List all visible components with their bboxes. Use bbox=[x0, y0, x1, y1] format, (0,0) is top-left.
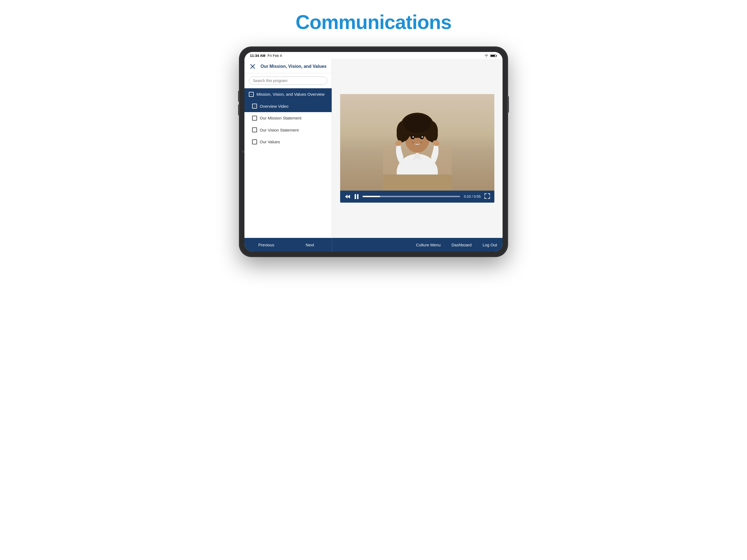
sidebar-title: Our Mission, Vision, and Values bbox=[260, 64, 327, 70]
svg-point-15 bbox=[428, 126, 438, 143]
nav-icon-minus-child bbox=[252, 104, 257, 108]
svg-point-19 bbox=[422, 136, 423, 137]
status-time: 11:34 AM bbox=[250, 54, 265, 58]
power-button[interactable] bbox=[508, 96, 509, 113]
main-content: Our Mission, Vision, and Values Mission,… bbox=[244, 59, 503, 238]
camera bbox=[242, 151, 244, 153]
nav-list: Mission, Vision, and Values Overview Ove… bbox=[244, 88, 332, 238]
battery-icon bbox=[490, 54, 497, 57]
bottom-nav-left: Previous Next bbox=[244, 238, 332, 252]
search-wrapper[interactable] bbox=[249, 77, 327, 85]
nav-item-mission[interactable]: Our Mission Statement bbox=[244, 112, 332, 124]
search-input[interactable] bbox=[253, 78, 323, 83]
status-bar: 11:34 AM Fri Feb 4 bbox=[244, 52, 503, 59]
video-area: 0:10 / 0:55 bbox=[332, 59, 503, 238]
sidebar: Our Mission, Vision, and Values Mission,… bbox=[244, 59, 332, 238]
nav-icon-square-mission bbox=[252, 116, 257, 121]
video-player[interactable]: 0:10 / 0:55 bbox=[340, 94, 494, 203]
progress-fill bbox=[363, 196, 380, 197]
pause-button[interactable] bbox=[354, 194, 359, 199]
svg-rect-26 bbox=[357, 194, 358, 199]
next-button[interactable]: Next bbox=[288, 238, 332, 252]
bottom-nav-right: Culture Menu Dashboard Log Out bbox=[332, 238, 503, 252]
fullscreen-button[interactable] bbox=[485, 193, 490, 200]
nav-item-overview-video[interactable]: Overview Video bbox=[244, 100, 332, 112]
svg-point-13 bbox=[404, 114, 431, 133]
nav-icon-square-vision bbox=[252, 127, 257, 132]
nav-label-overview-video: Overview Video bbox=[260, 104, 288, 109]
bottom-nav: Previous Next Culture Menu Dashboard Log… bbox=[244, 238, 503, 252]
svg-rect-2 bbox=[491, 55, 495, 56]
nav-label-parent: Mission, Vision, and Values Overview bbox=[256, 92, 325, 97]
previous-button[interactable]: Previous bbox=[244, 238, 288, 252]
nav-icon-square-values bbox=[252, 139, 257, 144]
dashboard-button[interactable]: Dashboard bbox=[446, 238, 477, 252]
search-container bbox=[244, 73, 332, 88]
time-display: 0:10 / 0:55 bbox=[464, 195, 481, 199]
volume-up-button[interactable] bbox=[238, 91, 239, 102]
svg-rect-1 bbox=[496, 55, 497, 56]
svg-rect-25 bbox=[355, 194, 356, 199]
close-button[interactable] bbox=[249, 62, 256, 70]
nav-item-vision[interactable]: Our Vision Statement bbox=[244, 124, 332, 136]
volume-down-button[interactable] bbox=[238, 104, 239, 116]
nav-item-values[interactable]: Our Values bbox=[244, 136, 332, 148]
logout-button[interactable]: Log Out bbox=[477, 238, 503, 252]
svg-point-18 bbox=[412, 136, 414, 137]
status-indicators bbox=[484, 54, 497, 57]
nav-label-vision: Our Vision Statement bbox=[260, 127, 299, 133]
video-controls: 0:10 / 0:55 bbox=[340, 190, 494, 203]
sidebar-header: Our Mission, Vision, and Values bbox=[244, 59, 332, 73]
svg-rect-22 bbox=[383, 175, 452, 190]
person-figure bbox=[363, 99, 471, 190]
status-date: Fri Feb 4 bbox=[268, 54, 282, 58]
nav-label-mission: Our Mission Statement bbox=[260, 116, 302, 121]
culture-menu-button[interactable]: Culture Menu bbox=[410, 238, 446, 252]
svg-marker-24 bbox=[347, 195, 350, 199]
rewind-button[interactable] bbox=[344, 194, 351, 199]
nav-item-parent[interactable]: Mission, Vision, and Values Overview bbox=[244, 88, 332, 100]
nav-icon-minus bbox=[249, 92, 254, 97]
page-title: Communications bbox=[295, 11, 452, 33]
progress-bar[interactable] bbox=[363, 196, 460, 197]
nav-label-values: Our Values bbox=[260, 139, 280, 145]
current-time: 0:10 bbox=[464, 195, 471, 199]
svg-point-14 bbox=[397, 126, 407, 143]
video-thumbnail bbox=[340, 94, 494, 190]
time-separator: / bbox=[472, 195, 473, 199]
wifi-icon bbox=[484, 54, 489, 57]
ipad-screen: 11:34 AM Fri Feb 4 bbox=[244, 52, 503, 252]
ipad-device: 11:34 AM Fri Feb 4 bbox=[239, 47, 508, 256]
total-time: 0:55 bbox=[474, 195, 481, 199]
svg-marker-23 bbox=[345, 195, 347, 199]
